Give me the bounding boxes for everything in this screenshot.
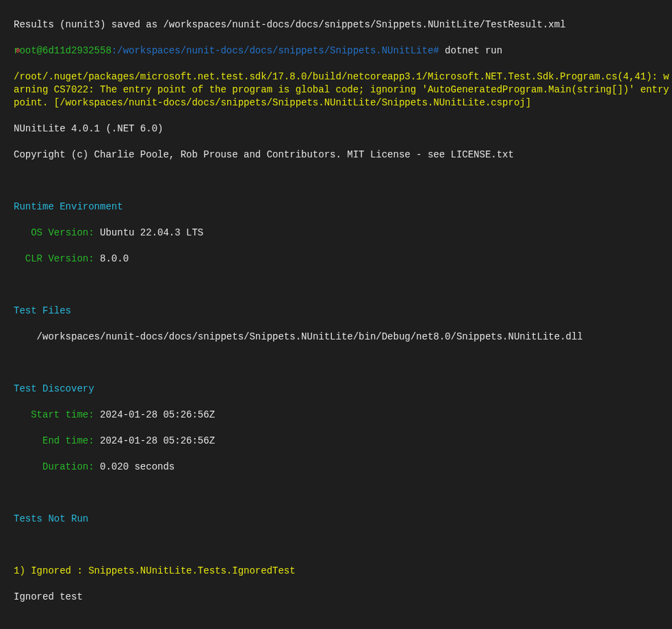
prompt-path: :/workspaces/nunit-docs/docs/snippets/Sn… [112,45,439,56]
runtime-env-header: Runtime Environment [14,201,672,214]
prompt-line: ⊗root@6d11d2932558:/workspaces/nunit-doc… [14,44,672,57]
discovery-end: End time: 2024-01-28 05:26:56Z [14,435,672,448]
clr-version: CLR Version: 8.0.0 [14,253,672,266]
test-files-header: Test Files [14,305,672,318]
discovery-duration: Duration: 0.020 seconds [14,461,672,474]
results-saved-line: Results (nunit3) saved as /workspaces/nu… [14,18,672,31]
copyright-line: Copyright (c) Charlie Poole, Rob Prouse … [14,149,672,162]
command-text: dotnet run [439,45,502,56]
tests-not-run-header: Tests Not Run [14,513,672,526]
discovery-start: Start time: 2024-01-28 05:26:56Z [14,409,672,422]
error-gutter-icon: ⊗ [16,44,21,57]
ignored-test-line: 1) Ignored : Snippets.NUnitLite.Tests.Ig… [14,565,672,578]
ignored-test-msg: Ignored test [14,591,672,604]
test-file-path: /workspaces/nunit-docs/docs/snippets/Sni… [14,331,672,344]
os-version: OS Version: Ubuntu 22.04.3 LTS [14,227,672,240]
terminal-output[interactable]: Results (nunit3) saved as /workspaces/nu… [0,0,672,629]
nunitlite-version: NUnitLite 4.0.1 (.NET 6.0) [14,123,672,136]
warning-line: /root/.nuget/packages/microsoft.net.test… [14,70,672,110]
test-discovery-header: Test Discovery [14,383,672,396]
prompt-user: root@6d11d2932558 [14,45,112,56]
